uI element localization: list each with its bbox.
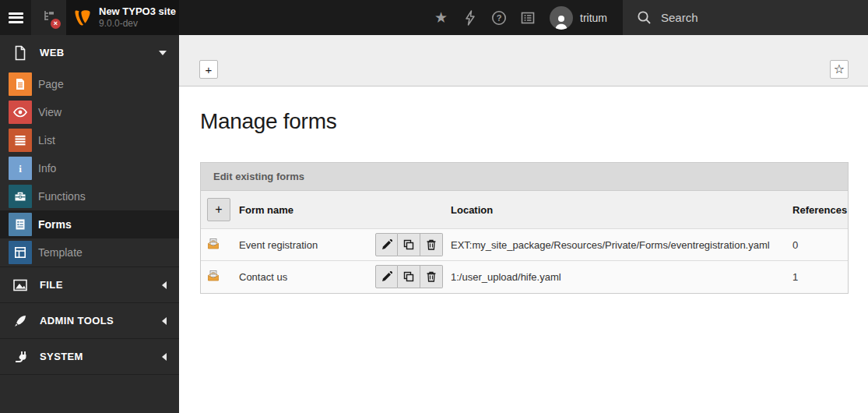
functions-module-icon [9, 185, 32, 208]
site-version: 9.0.0-dev [99, 18, 176, 30]
sidebar-item-label: Page [38, 78, 64, 90]
sidebar-item-list[interactable]: List [0, 126, 179, 154]
section-header-web[interactable]: WEB [0, 35, 179, 70]
column-header-references: References [786, 191, 848, 229]
section-label: WEB [40, 47, 159, 58]
panel-heading: Edit existing forms [201, 163, 848, 191]
sidebar-item-info[interactable]: i Info [0, 154, 179, 182]
form-name-cell: Event registration [233, 229, 369, 261]
form-type-cell [201, 261, 233, 293]
site-title: New TYPO3 site [99, 5, 176, 18]
svg-text:i: i [19, 163, 22, 175]
trash-icon [426, 239, 437, 250]
sidebar-item-forms[interactable]: Forms [0, 210, 179, 238]
plug-icon [12, 349, 28, 365]
module-content: + ☆ Manage forms Edit existing forms + F… [179, 35, 868, 413]
web-document-icon [12, 45, 28, 61]
magnifier-icon [637, 10, 652, 25]
site-name: New TYPO3 site 9.0.0-dev [99, 5, 176, 30]
search-input[interactable] [661, 11, 848, 24]
section-header-system[interactable]: SYSTEM [0, 339, 179, 374]
column-header-form-name: Form name [233, 191, 445, 229]
add-form-button[interactable]: + [207, 198, 230, 221]
section-header-admin-tools[interactable]: ADMIN TOOLS [0, 303, 179, 338]
sidebar-item-label: List [38, 134, 55, 146]
section-header-file[interactable]: FILE [0, 267, 179, 302]
pencil-icon [381, 271, 392, 282]
add-form-header-cell: + [201, 191, 233, 229]
sidebar-item-view[interactable]: View [0, 98, 179, 126]
site-logo-area[interactable]: New TYPO3 site 9.0.0-dev [66, 0, 179, 35]
section-label: FILE [40, 279, 162, 291]
docheader: + ☆ [179, 35, 868, 86]
edit-button[interactable] [375, 233, 398, 256]
sidebar-item-label: Template [38, 246, 83, 259]
copy-icon [403, 239, 414, 250]
menu-toggle-button[interactable] [0, 0, 31, 35]
delete-button[interactable] [420, 233, 443, 256]
form-references-cell: 0 [786, 229, 848, 261]
svg-text:?: ? [496, 13, 501, 23]
systeminfo-list-icon [520, 10, 536, 26]
topbar: × New TYPO3 site 9.0.0-dev ★ ? [0, 0, 868, 35]
forms-table: + Form name Location References [201, 191, 848, 293]
typo3-logo-icon [72, 8, 93, 28]
info-module-icon: i [9, 157, 32, 180]
system-information-button[interactable] [513, 0, 542, 35]
column-header-location: Location [445, 191, 786, 229]
clear-cache-button[interactable] [455, 0, 484, 35]
page-title: Manage forms [200, 109, 849, 134]
topbar-spacer [179, 0, 427, 35]
forms-module-icon [9, 213, 32, 236]
sidebar-item-label: Info [38, 162, 56, 175]
topbar-search[interactable] [623, 0, 868, 35]
help-icon: ? [491, 10, 507, 26]
module-body: Manage forms Edit existing forms + Form … [179, 86, 868, 294]
section-file: FILE [0, 267, 179, 303]
section-admin-tools: ADMIN TOOLS [0, 303, 179, 339]
bookmarks-button[interactable]: ★ [427, 0, 455, 35]
form-name-cell: Contact us [233, 261, 369, 293]
form-envelope-icon [207, 270, 220, 282]
new-form-button[interactable]: + [199, 60, 218, 79]
chevron-left-icon [162, 281, 167, 289]
form-actions-cell [369, 261, 445, 293]
view-module-icon [9, 101, 32, 124]
form-envelope-icon [207, 238, 220, 250]
table-row: Event registration [201, 229, 848, 261]
action-button-group [375, 265, 443, 288]
section-web: WEB Page View [0, 35, 179, 267]
sidebar-item-label: Functions [38, 190, 86, 203]
file-image-icon [12, 277, 28, 293]
chevron-left-icon [162, 353, 167, 361]
pagetree-toggle-button[interactable]: × [31, 0, 66, 35]
rocket-icon [12, 313, 28, 329]
sidebar-item-functions[interactable]: Functions [0, 182, 179, 210]
section-label: ADMIN TOOLS [40, 315, 162, 327]
bookmark-page-button[interactable]: ☆ [830, 60, 849, 79]
sidebar-item-label: View [38, 106, 61, 118]
duplicate-button[interactable] [398, 233, 420, 256]
sidebar-item-page[interactable]: Page [0, 70, 179, 98]
edit-existing-forms-panel: Edit existing forms + Form name Location… [200, 162, 849, 294]
action-button-group [375, 233, 443, 256]
bookmark-star-icon: ★ [434, 9, 448, 26]
chevron-down-icon [159, 51, 167, 55]
username-label: tritum [580, 12, 607, 24]
edit-button[interactable] [375, 265, 398, 288]
module-menu: WEB Page View [0, 35, 179, 413]
avatar [550, 6, 573, 30]
delete-button[interactable] [420, 265, 443, 288]
help-button[interactable]: ? [484, 0, 513, 35]
user-menu[interactable]: tritum [542, 0, 623, 35]
form-actions-cell [369, 229, 445, 261]
table-row: Contact us [201, 261, 848, 293]
duplicate-button[interactable] [398, 265, 420, 288]
form-references-cell: 1 [786, 261, 848, 293]
template-module-icon [9, 241, 32, 264]
pencil-icon [381, 239, 392, 250]
chevron-left-icon [162, 317, 167, 325]
sidebar-item-label: Forms [38, 218, 72, 231]
flush-cache-bolt-icon [464, 10, 476, 26]
sidebar-item-template[interactable]: Template [0, 238, 179, 267]
